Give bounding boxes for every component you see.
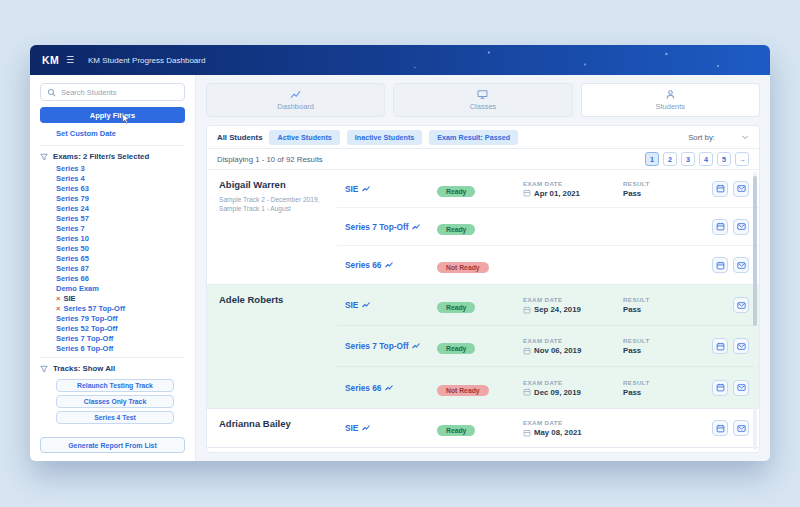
app-header: KM ☰ KM Student Progress Dashboard [30, 45, 770, 75]
exam-filter-item[interactable]: Series 7 Top-Off [56, 334, 185, 344]
schedule-button[interactable] [712, 219, 728, 235]
exam-filter-item[interactable]: Series 3 [56, 164, 185, 174]
track-button-relaunch-testing[interactable]: Relaunch Testing Track [56, 379, 174, 392]
exam-name[interactable]: SIE [345, 423, 437, 433]
apply-filters-button[interactable]: Apply Filters [40, 107, 185, 123]
results-summary: Displaying 1 - 10 of 92 Results [217, 155, 323, 164]
divider [40, 145, 185, 146]
page-button-5[interactable]: 5 [717, 152, 731, 166]
exam-filter-item[interactable]: Series 66 [56, 274, 185, 284]
search-icon [47, 88, 56, 97]
results-bar: Displaying 1 - 10 of 92 Results 1 2 3 4 … [207, 149, 759, 170]
filter-all-students[interactable]: All Students [217, 133, 262, 142]
student-name[interactable]: Adrianna Bailey [219, 418, 329, 429]
calendar-icon [523, 189, 531, 197]
exam-filter-item[interactable]: Series 10 [56, 234, 185, 244]
exam-row: SIE Ready EXAM DATE Sep 24, 2019 RESULT [337, 285, 759, 326]
exam-filter-item-selected[interactable]: ×SIE [56, 294, 185, 304]
email-button[interactable] [733, 338, 749, 354]
exam-filter-item[interactable]: Series 63 [56, 184, 185, 194]
search-input[interactable] [61, 88, 178, 97]
email-button[interactable] [733, 219, 749, 235]
tab-bar: Dashboard Classes Students [206, 83, 760, 117]
scrollbar-thumb[interactable] [753, 176, 757, 326]
calendar-icon [523, 429, 531, 437]
page-button-2[interactable]: 2 [663, 152, 677, 166]
filter-chip-active-students[interactable]: Active Students [269, 130, 339, 145]
exam-filter-item[interactable]: Series 7 [56, 224, 185, 234]
email-button[interactable] [733, 420, 749, 436]
exam-name[interactable]: Series 66 [345, 260, 437, 270]
exam-row: Series 7 Top-Off Ready EXAM DATE Nov 06,… [337, 326, 759, 367]
generate-report-button[interactable]: Generate Report From List [40, 437, 185, 453]
tab-classes[interactable]: Classes [393, 83, 572, 117]
search-box[interactable] [40, 83, 185, 101]
exam-filter-item[interactable]: Series 65 [56, 254, 185, 264]
sidebar: Apply Filters Set Custom Date Exams: 2 F… [30, 75, 196, 461]
exam-name[interactable]: Series 66 [345, 383, 437, 393]
schedule-button[interactable] [712, 338, 728, 354]
exam-filter-item[interactable]: Series 24 [56, 204, 185, 214]
menu-icon[interactable]: ☰ [66, 55, 74, 65]
status-badge: Ready [437, 425, 475, 436]
filter-icon [40, 153, 48, 161]
email-button[interactable] [733, 181, 749, 197]
student-name[interactable]: Abigail Warren [219, 179, 329, 190]
result-value: Pass [623, 189, 641, 198]
exam-filter-item[interactable]: Series 52 Top-Off [56, 324, 185, 334]
sort-by-dropdown[interactable]: Sort by: [688, 133, 749, 142]
tab-students[interactable]: Students [581, 83, 760, 117]
scrollbar[interactable] [753, 172, 757, 450]
exam-filter-item[interactable]: Series 4 [56, 174, 185, 184]
tab-dashboard[interactable]: Dashboard [206, 83, 385, 117]
next-page-button[interactable]: → [735, 152, 749, 166]
calendar-icon [716, 261, 725, 270]
exam-name[interactable]: SIE [345, 184, 437, 194]
student-name[interactable]: Adele Roberts [219, 294, 329, 305]
email-button[interactable] [733, 380, 749, 396]
page-button-1[interactable]: 1 [645, 152, 659, 166]
exam-filter-item[interactable]: Series 79 Top-Off [56, 314, 185, 324]
filter-chip-inactive-students[interactable]: Inactive Students [347, 130, 423, 145]
trend-icon [362, 301, 370, 309]
exam-filter-item-selected[interactable]: ×Series 57 Top-Off [56, 304, 185, 314]
schedule-button[interactable] [712, 380, 728, 396]
exam-filter-item[interactable]: Series 79 [56, 194, 185, 204]
exam-name[interactable]: SIE [345, 300, 437, 310]
mail-icon [737, 342, 746, 351]
schedule-button[interactable] [712, 257, 728, 273]
email-button[interactable] [733, 297, 749, 313]
exam-filter-item[interactable]: Series 50 [56, 244, 185, 254]
result-value: Pass [623, 346, 641, 355]
exam-filter-item[interactable]: Demo Exam [56, 284, 185, 294]
track-button-series-4-test[interactable]: Series 4 Test [56, 411, 174, 424]
student-info: Adrianna Bailey [207, 409, 337, 447]
exam-date-label: EXAM DATE [523, 180, 623, 187]
schedule-button[interactable] [712, 181, 728, 197]
set-custom-date-link[interactable]: Set Custom Date [40, 129, 185, 138]
remove-icon[interactable]: × [56, 304, 60, 314]
schedule-button[interactable] [712, 420, 728, 436]
exam-filter-item[interactable]: Series 57 [56, 214, 185, 224]
main-content: Dashboard Classes Students All Students … [196, 75, 770, 461]
filter-chip-exam-result-passed[interactable]: Exam Result: Passed [429, 130, 518, 145]
exam-row: Series 66 Not Ready [337, 246, 759, 284]
remove-icon[interactable]: × [56, 294, 60, 304]
exam-rows: SIE Ready EXAM DATE May 08, 2021 [337, 409, 759, 447]
email-button[interactable] [733, 257, 749, 273]
exam-date-value: Nov 06, 2019 [534, 346, 581, 355]
page-button-4[interactable]: 4 [699, 152, 713, 166]
result-label: RESULT [623, 180, 693, 187]
exam-name[interactable]: Series 7 Top-Off [345, 341, 437, 351]
page-button-3[interactable]: 3 [681, 152, 695, 166]
calendar-icon [716, 342, 725, 351]
exam-name[interactable]: Series 7 Top-Off [345, 222, 437, 232]
trend-icon [385, 384, 393, 392]
student-section-abigail-warren: Abigail Warren Sample Track 2 - December… [207, 170, 759, 285]
calendar-icon [716, 222, 725, 231]
app-logo: KM [42, 54, 59, 66]
students-person-icon [665, 89, 676, 100]
track-button-classes-only[interactable]: Classes Only Track [56, 395, 174, 408]
exam-filter-item[interactable]: Series 87 [56, 264, 185, 274]
exam-filter-item[interactable]: Series 6 Top-Off [56, 344, 185, 354]
